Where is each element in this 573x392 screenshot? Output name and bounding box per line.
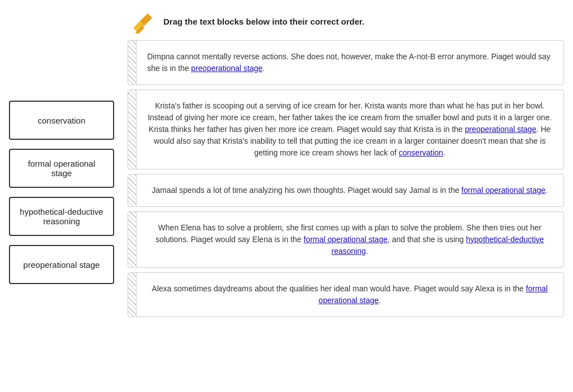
main-content: Drag the text blocks below into their co… [123, 0, 573, 392]
block-1-content: Dimpna cannot mentally reverse actions. … [139, 51, 552, 74]
link-formal-operational-1[interactable]: formal operational stage [462, 186, 546, 195]
drop-zone-1[interactable]: Dimpna cannot mentally reverse actions. … [128, 40, 564, 85]
link-preoperational-2[interactable]: preoperational stage [465, 125, 537, 134]
drop-zone-3[interactable]: Jamaal spends a lot of time analyzing hi… [128, 174, 564, 207]
link-preoperational-1[interactable]: preoperational stage [191, 64, 263, 73]
sidebar-card-formal-operational-stage[interactable]: formal operational stage [9, 149, 114, 188]
block-4-content: When Elena has to solve a problem, she f… [139, 222, 552, 257]
sidebar-card-label: conservation [37, 116, 85, 125]
sidebar-card-conservation[interactable]: conservation [9, 101, 114, 140]
sidebar-card-label: preoperational stage [24, 260, 100, 270]
header-instruction: Drag the text blocks below into their co… [163, 16, 364, 27]
link-formal-operational-3[interactable]: formal operational stage [318, 284, 547, 305]
sidebar-card-hypothetical-deductive-reasoning[interactable]: hypothetical-deductive reasoning [9, 197, 114, 236]
sidebar-card-preoperational-stage[interactable]: preoperational stage [9, 245, 114, 284]
drop-zone-5[interactable]: Alexa sometimes daydreams about the qual… [128, 272, 564, 317]
block-2-content: Krista's father is scooping out a servin… [139, 100, 552, 159]
block-5-content: Alexa sometimes daydreams about the qual… [139, 283, 552, 306]
drop-zone-2[interactable]: Krista's father is scooping out a servin… [128, 89, 564, 169]
drop-zone-4[interactable]: When Elena has to solve a problem, she f… [128, 211, 564, 268]
sidebar-card-label: formal operational stage [17, 159, 106, 178]
drag-arrow-icon [132, 9, 157, 34]
link-formal-operational-2[interactable]: formal operational stage [304, 235, 388, 244]
link-conservation[interactable]: conservation [399, 148, 443, 157]
sidebar-card-label: hypothetical-deductive reasoning [17, 207, 106, 226]
header: Drag the text blocks below into their co… [128, 9, 564, 34]
block-3-content: Jamaal spends a lot of time analyzing hi… [139, 185, 552, 196]
sidebar: conservation formal operational stage hy… [0, 0, 123, 392]
